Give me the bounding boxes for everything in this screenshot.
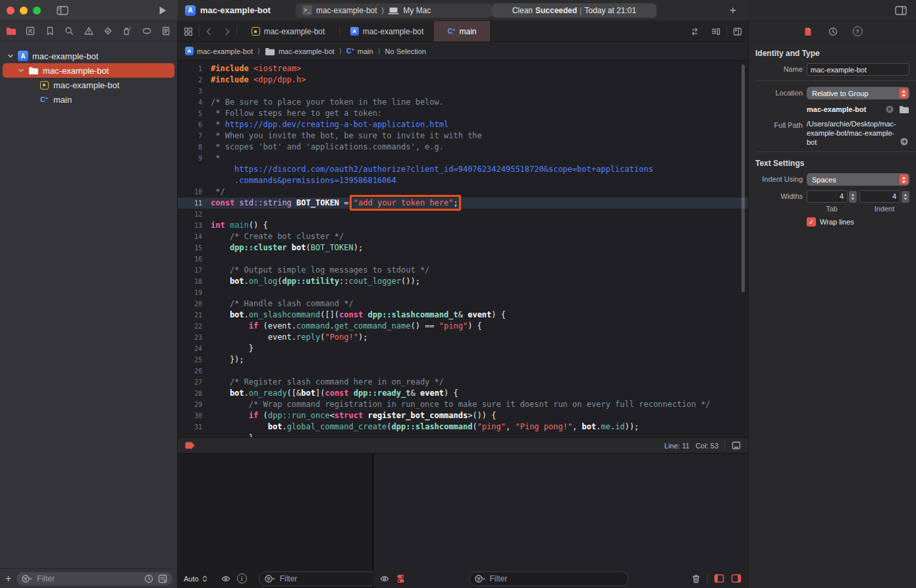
code-line-27[interactable]: 27 /* Register slash command here in on_…	[178, 377, 748, 388]
code-line-15[interactable]: 15 dpp::cluster bot(BOT_TOKEN);	[178, 242, 748, 254]
code-line-wrap[interactable]: }	[178, 433, 748, 437]
source-control-navigator-icon[interactable]	[25, 26, 36, 36]
editor-options-icon[interactable]	[731, 441, 741, 450]
add-file-button[interactable]: +	[5, 573, 11, 585]
console-output[interactable]	[373, 454, 748, 569]
zoom-window-button[interactable]	[33, 7, 41, 14]
editor-tab-mac-example-bot[interactable]: Amac-example-bot	[340, 21, 434, 41]
close-window-button[interactable]	[7, 7, 14, 14]
clear-location-icon[interactable]	[884, 104, 895, 115]
tree-item-mac-example-bot[interactable]: A mac-example-bot	[0, 49, 177, 63]
code-line-wrap[interactable]: https://discord.com/oauth2/authorize?cli…	[178, 164, 748, 175]
jump-bar[interactable]: Amac-example-bot ⟩ mac-example-bot ⟩ C+m…	[178, 42, 748, 61]
tree-item-mac-example-bot[interactable]: mac-example-bot	[0, 78, 177, 92]
location-dropdown[interactable]: Relative to Group	[807, 87, 909, 99]
report-navigator-icon[interactable]	[161, 26, 171, 36]
code-line-17[interactable]: 17 /* Output simple log messages to stdo…	[178, 265, 748, 276]
history-inspector-icon[interactable]	[828, 26, 838, 37]
breadcrumb-item[interactable]: Amac-example-bot	[185, 47, 253, 55]
editor-tab-main[interactable]: C+main	[434, 21, 490, 41]
code-line-30[interactable]: 30 if (dpp::run_once<struct register_bot…	[178, 410, 748, 421]
open-in-finder-icon[interactable]	[899, 136, 909, 147]
toggle-navigator-icon[interactable]	[57, 6, 68, 15]
variables-filter-input[interactable]	[279, 574, 373, 584]
choose-folder-icon[interactable]	[899, 105, 909, 114]
code-line-7[interactable]: 7 * When you invite the bot, be sure to …	[178, 130, 748, 142]
tab-width-stepper[interactable]	[849, 191, 857, 203]
code-line-6[interactable]: 6 * https://dpp.dev/creating-a-bot-appli…	[178, 119, 748, 130]
clear-console-icon[interactable]	[691, 574, 701, 584]
code-line-4[interactable]: 4/* Be sure to place your token in the l…	[178, 97, 748, 108]
toggle-inspector-icon[interactable]	[895, 6, 907, 15]
code-line-21[interactable]: 21 bot.on_slashcommand([](const dpp::sla…	[178, 309, 748, 321]
code-line-9[interactable]: 9 *	[178, 153, 748, 164]
code-line-14[interactable]: 14 /* Create bot cluster */	[178, 231, 748, 242]
test-navigator-icon[interactable]	[103, 26, 113, 36]
project-navigator-icon[interactable]	[6, 26, 16, 36]
code-line-2[interactable]: 2#include <dpp/dpp.h>	[178, 74, 748, 86]
variables-filter-field[interactable]	[259, 572, 379, 586]
code-line-20[interactable]: 20 /* Handle slash command */	[178, 298, 748, 309]
code-line-10[interactable]: 10 */	[178, 186, 748, 198]
navigator-filter-input[interactable]	[36, 574, 140, 584]
tree-item-mac-example-bot[interactable]: mac-example-bot	[0, 63, 177, 78]
info-icon[interactable]: i	[237, 574, 247, 583]
disclosure-chevron-icon[interactable]	[18, 67, 24, 74]
add-editor-icon[interactable]	[727, 21, 748, 41]
debug-navigator-icon[interactable]	[122, 26, 132, 36]
recent-files-icon[interactable]	[144, 574, 154, 584]
code-line-16[interactable]: 16	[178, 254, 748, 265]
file-inspector-icon[interactable]	[803, 26, 813, 37]
editor-scrollbar[interactable]	[741, 65, 745, 292]
add-button[interactable]: +	[730, 4, 736, 17]
indent-using-dropdown[interactable]: Spaces	[807, 173, 909, 186]
scm-status-icon[interactable]	[157, 574, 168, 584]
console-filter-field[interactable]	[469, 572, 628, 586]
code-line-31[interactable]: 31 bot.global_command_create(dpp::slashc…	[178, 421, 748, 433]
code-line-25[interactable]: 25 });	[178, 354, 748, 365]
wrap-lines-checkbox[interactable]: ✓	[807, 217, 816, 227]
navigator-filter-field[interactable]	[16, 572, 173, 585]
breakpoints-toggle-icon[interactable]	[184, 441, 196, 450]
code-line-22[interactable]: 22 if (event.command.get_command_name() …	[178, 321, 748, 332]
indent-width-field[interactable]: 4	[859, 190, 900, 203]
breadcrumb-item[interactable]: No Selection	[385, 47, 426, 55]
find-navigator-icon[interactable]	[64, 26, 74, 36]
editor-tab-mac-example-bot[interactable]: mac-example-bot	[237, 21, 339, 41]
code-line-1[interactable]: 1#include <iostream>	[178, 63, 748, 74]
breadcrumb-item[interactable]: C+main	[346, 47, 373, 55]
adjust-editor-options-icon[interactable]	[705, 21, 726, 41]
variables-view-content[interactable]	[178, 454, 373, 569]
code-line-18[interactable]: 18 bot.on_log(dpp::utility::cout_logger(…	[178, 276, 748, 287]
indent-width-stepper[interactable]	[902, 191, 909, 203]
code-line-26[interactable]: 26	[178, 365, 748, 377]
code-line-24[interactable]: 24 }	[178, 343, 748, 354]
quicklook-icon[interactable]	[221, 574, 231, 584]
breakpoint-navigator-icon[interactable]	[142, 26, 152, 36]
code-line-19[interactable]: 19	[178, 287, 748, 298]
show-variables-view-icon[interactable]	[714, 574, 725, 583]
code-line-5[interactable]: 5 * Follow steps here to get a token:	[178, 108, 748, 119]
go-forward-icon[interactable]	[218, 21, 236, 41]
code-review-icon[interactable]	[684, 21, 705, 41]
source-editor[interactable]: 1#include <iostream> 2#include <dpp/dpp.…	[178, 61, 748, 437]
tree-item-main[interactable]: C+ main	[0, 92, 177, 107]
code-line-28[interactable]: 28 bot.on_ready([&bot](const dpp::ready_…	[178, 388, 748, 399]
run-button[interactable]	[158, 5, 167, 16]
variables-scope-dropdown[interactable]: Auto	[184, 574, 209, 583]
code-line-wrap[interactable]: .commands&permissions=139586816064	[178, 175, 748, 186]
code-line-29[interactable]: 29 /* Wrap command registration in run_o…	[178, 399, 748, 410]
scheme-selector[interactable]: >_ mac-example-bot ⟩ My Mac	[296, 3, 492, 18]
code-line-12[interactable]: 12	[178, 209, 748, 220]
bookmark-navigator-icon[interactable]	[45, 26, 55, 36]
code-line-13[interactable]: 13int main() {	[178, 220, 748, 231]
breadcrumb-item[interactable]: mac-example-bot	[265, 47, 335, 56]
console-filter-input[interactable]	[489, 574, 623, 584]
code-line-11[interactable]: 11const std::string BOT_TOKEN = "add you…	[178, 198, 748, 209]
issue-navigator-icon[interactable]	[84, 26, 94, 36]
go-back-icon[interactable]	[200, 21, 218, 41]
quicklook-icon[interactable]	[379, 574, 390, 584]
disclosure-chevron-icon[interactable]	[7, 53, 14, 59]
show-console-view-icon[interactable]	[731, 574, 742, 583]
code-line-23[interactable]: 23 event.reply("Pong!");	[178, 332, 748, 343]
